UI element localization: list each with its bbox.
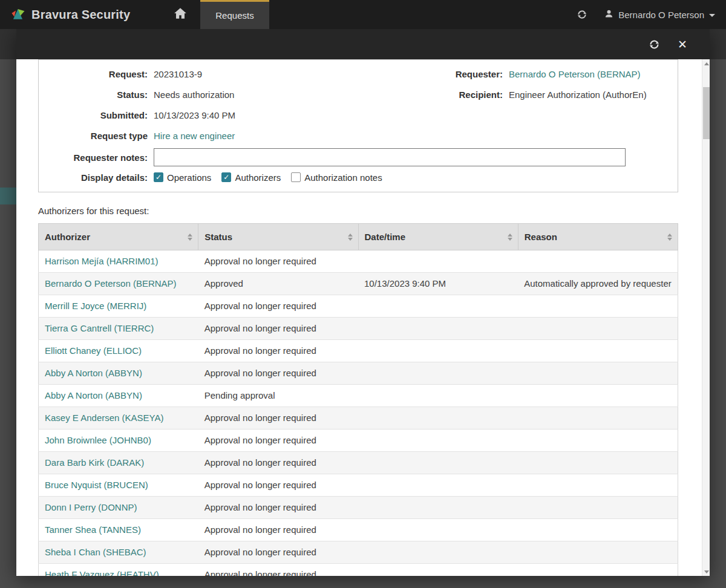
authorizer-cell: Bruce Nyquist (BRUCEN)	[39, 474, 198, 497]
table-row: Merrill E Joyce (MERRIJ)Approval no long…	[39, 295, 678, 318]
display-option: ✓Operations	[154, 172, 211, 183]
authorizer-link[interactable]: Donn I Perry (DONNP)	[45, 502, 137, 512]
request-value: 20231013-9	[154, 69, 454, 79]
status-cell: Approval no longer required	[198, 564, 358, 577]
sort-icon[interactable]	[667, 234, 672, 241]
authorizer-link[interactable]: Elliott Chaney (ELLIOC)	[45, 345, 142, 356]
checkbox-label: Operations	[167, 172, 211, 183]
datetime-cell	[358, 295, 518, 318]
reason-cell	[518, 519, 678, 541]
brand-name: Bravura Security	[31, 8, 130, 22]
column-header-authorizer[interactable]: Authorizer	[39, 224, 198, 250]
checkbox-authorizers[interactable]: ✓	[221, 172, 231, 182]
authorizer-cell: Sheba I Chan (SHEBAC)	[39, 541, 198, 564]
status-value: Needs authorization	[154, 90, 454, 100]
authorizer-link[interactable]: Sheba I Chan (SHEBAC)	[45, 547, 146, 557]
authorizer-link[interactable]: Bernardo O Peterson (BERNAP)	[45, 278, 177, 289]
checkbox-authorization-notes[interactable]	[291, 172, 301, 182]
sort-icon[interactable]	[348, 234, 353, 241]
nav-tab-label: Requests	[215, 10, 253, 21]
column-label: Date/time	[365, 232, 406, 242]
display-option: ✓Authorizers	[221, 172, 281, 183]
requester-notes-input[interactable]	[154, 148, 626, 166]
authorizer-cell: Kasey E Andersen (KASEYA)	[39, 407, 198, 430]
column-header-status[interactable]: Status	[198, 224, 358, 250]
authorizer-link[interactable]: Merrill E Joyce (MERRIJ)	[45, 301, 146, 311]
authorizer-link[interactable]: Dara Barb Kirk (DARAK)	[45, 457, 144, 468]
checkbox-operations[interactable]: ✓	[154, 172, 163, 182]
sort-icon[interactable]	[188, 234, 192, 241]
scrollbar-up-arrow[interactable]	[702, 59, 710, 68]
scrollbar-down-arrow[interactable]	[702, 567, 710, 576]
datetime-cell	[358, 497, 518, 519]
table-row: John Broiwnlee (JOHNB0)Approval no longe…	[39, 430, 678, 452]
authorizers-table-body: Harrison Mejía (HARRIM01)Approval no lon…	[39, 250, 678, 577]
authorizer-cell: Dara Barb Kirk (DARAK)	[39, 452, 198, 474]
authorizer-link[interactable]: Harrison Mejía (HARRIM01)	[45, 256, 159, 266]
reason-cell: Automatically approved by requester	[518, 273, 678, 295]
reason-cell	[518, 474, 678, 497]
table-row: Tanner Shea (TANNES)Approval no longer r…	[39, 519, 678, 541]
authorizer-link[interactable]: Abby A Norton (ABBYN)	[45, 368, 142, 378]
modal-close-button[interactable]: ✕	[678, 39, 687, 50]
request-type-link[interactable]: Hire a new engineer	[154, 131, 235, 141]
authorizer-cell: Heath F Vazquez (HEATHV)	[39, 564, 198, 577]
status-cell: Pending approval	[198, 385, 358, 407]
column-header-reason[interactable]: Reason	[518, 224, 678, 250]
brand[interactable]: Bravura Security	[0, 0, 140, 29]
submitted-value: 10/13/2023 9:40 PM	[154, 110, 454, 120]
modal-scrollbar[interactable]	[702, 59, 710, 576]
authorizer-link[interactable]: John Broiwnlee (JOHNB0)	[45, 435, 151, 445]
datetime-cell: 10/13/2023 9:40 PM	[358, 273, 518, 295]
authorizer-cell: Merrill E Joyce (MERRIJ)	[39, 295, 198, 318]
status-cell: Approval no longer required	[198, 250, 358, 273]
authorizer-link[interactable]: Tanner Shea (TANNES)	[45, 524, 141, 535]
reason-cell	[518, 497, 678, 519]
person-icon	[604, 9, 613, 20]
datetime-cell	[358, 385, 518, 407]
sort-icon[interactable]	[508, 234, 512, 241]
authorizer-link[interactable]: Tierra G Cantrell (TIERRC)	[45, 323, 154, 333]
authorizer-cell: Tierra G Cantrell (TIERRC)	[39, 318, 198, 340]
nav-tab-requests[interactable]: Requests	[200, 0, 269, 29]
requester-notes-label: Requester notes:	[39, 152, 154, 163]
checkbox-label: Authorizers	[235, 172, 281, 183]
user-menu[interactable]: Bernardo O Peterson	[604, 9, 715, 20]
column-header-date-time[interactable]: Date/time	[358, 224, 518, 250]
authorizer-link[interactable]: Heath F Vazquez (HEATHV)	[45, 569, 159, 576]
datetime-cell	[358, 541, 518, 564]
checkbox-label: Authorization notes	[304, 172, 382, 183]
display-details-label: Display details:	[39, 172, 154, 183]
status-cell: Approved	[198, 273, 358, 295]
reason-cell	[518, 452, 678, 474]
navbar-refresh-icon[interactable]	[577, 9, 587, 20]
status-cell: Approval no longer required	[198, 407, 358, 430]
dimmed-page-element	[0, 188, 16, 204]
datetime-cell	[358, 318, 518, 340]
authorizer-link[interactable]: Abby A Norton (ABBYN)	[45, 390, 142, 400]
datetime-cell	[358, 564, 518, 577]
status-label: Status:	[39, 90, 154, 100]
authorizer-cell: Tanner Shea (TANNES)	[39, 519, 198, 541]
modal-body: Request: 20231013-9 Requester: Bernardo …	[16, 59, 710, 576]
reason-cell	[518, 250, 678, 273]
requester-link[interactable]: Bernardo O Peterson (BERNAP)	[509, 69, 641, 79]
authorizer-link[interactable]: Bruce Nyquist (BRUCEN)	[45, 480, 148, 490]
nav-home-button[interactable]	[166, 0, 194, 29]
datetime-cell	[358, 250, 518, 273]
table-row: Tierra G Cantrell (TIERRC)Approval no lo…	[39, 318, 678, 340]
request-type-label: Request type	[39, 131, 154, 141]
reason-cell	[518, 295, 678, 318]
request-details-modal: ✕ Request: 20231013-9 Requester: Bernard…	[16, 29, 710, 576]
status-cell: Approval no longer required	[198, 541, 358, 564]
scrollbar-thumb[interactable]	[703, 87, 710, 139]
table-row: Kasey E Andersen (KASEYA)Approval no lon…	[39, 407, 678, 430]
modal-refresh-button[interactable]	[649, 39, 660, 50]
authorizers-section-title: Authorizers for this request:	[38, 206, 678, 216]
status-cell: Approval no longer required	[198, 452, 358, 474]
reason-cell	[518, 362, 678, 385]
authorizer-link[interactable]: Kasey E Andersen (KASEYA)	[45, 413, 164, 423]
column-label: Authorizer	[45, 232, 90, 242]
authorizers-table: AuthorizerStatusDate/timeReason Harrison…	[38, 223, 678, 576]
reason-cell	[518, 541, 678, 564]
